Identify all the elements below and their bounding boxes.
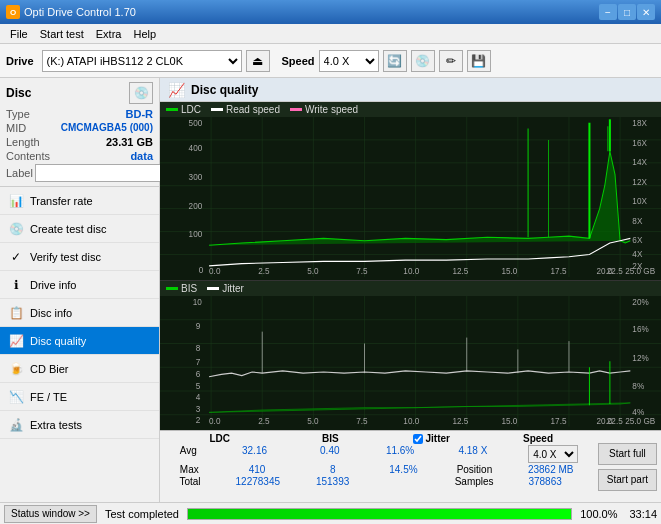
jitter-check-area: Jitter	[413, 433, 449, 444]
sidebar-item-verify-test-disc[interactable]: ✓ Verify test disc	[0, 243, 159, 271]
label-input[interactable]	[35, 164, 168, 182]
sidebar-item-disc-quality-label: Disc quality	[30, 335, 86, 347]
jitter-dot	[207, 287, 219, 290]
sidebar-item-disc-info[interactable]: 📋 Disc info	[0, 299, 159, 327]
transfer-rate-icon: 📊	[8, 193, 24, 209]
svg-marker-41	[209, 151, 630, 245]
menu-file[interactable]: File	[4, 26, 34, 42]
lower-chart-svg: 10 9 8 7 6 5 4 3 2 20% 16% 12% 8% 4% 0	[160, 296, 661, 427]
svg-text:9: 9	[196, 321, 201, 332]
svg-text:2.5: 2.5	[258, 416, 269, 427]
svg-text:8X: 8X	[632, 215, 642, 226]
svg-text:400: 400	[189, 143, 203, 154]
close-button[interactable]: ✕	[637, 4, 655, 20]
minimize-button[interactable]: −	[599, 4, 617, 20]
status-window-button[interactable]: Status window >>	[4, 505, 97, 523]
sidebar-item-fe-te[interactable]: 📉 FE / TE	[0, 383, 159, 411]
svg-text:6X: 6X	[632, 235, 642, 246]
legend-ldc-label: LDC	[181, 104, 201, 115]
action-buttons: Start full Start part	[598, 433, 657, 500]
disc-button[interactable]: 💿	[411, 50, 435, 72]
svg-text:2.5: 2.5	[258, 265, 270, 276]
speed-select[interactable]: 4.0 X	[319, 50, 379, 72]
menu-extra[interactable]: Extra	[90, 26, 128, 42]
sidebar-item-cd-bier[interactable]: 🍺 CD Bier	[0, 355, 159, 383]
refresh-button[interactable]: 🔄	[383, 50, 407, 72]
sidebar-item-disc-quality[interactable]: 📈 Disc quality	[0, 327, 159, 355]
status-time: 33:14	[629, 508, 657, 520]
start-full-button[interactable]: Start full	[598, 443, 657, 465]
maximize-button[interactable]: □	[618, 4, 636, 20]
disc-info-icon: 📋	[8, 305, 24, 321]
eject-button[interactable]: ⏏	[246, 50, 270, 72]
samples-value: 378863	[528, 476, 578, 487]
edit-button[interactable]: ✏	[439, 50, 463, 72]
save-button[interactable]: 💾	[467, 50, 491, 72]
samples-label: Samples	[455, 476, 494, 487]
speed-col-header: Speed	[511, 433, 566, 444]
disc-quality-icon: 📈	[8, 333, 24, 349]
sidebar-item-create-test-disc[interactable]: 💿 Create test disc	[0, 215, 159, 243]
upper-chart-svg: 500 400 300 200 100 0 18X 16X 14X 12X 10…	[160, 117, 661, 277]
sidebar-item-transfer-rate[interactable]: 📊 Transfer rate	[0, 187, 159, 215]
main-area: Disc 💿 Type BD-R MID CMCMAGBA5 (000) Len…	[0, 78, 661, 502]
disc-panel: Disc 💿 Type BD-R MID CMCMAGBA5 (000) Len…	[0, 78, 159, 187]
svg-text:10.0: 10.0	[403, 265, 419, 276]
svg-text:3: 3	[196, 404, 201, 415]
total-bis: 151393	[315, 476, 350, 487]
legend-read-speed: Read speed	[211, 104, 280, 115]
svg-text:0.0: 0.0	[209, 265, 221, 276]
svg-text:22.5: 22.5	[607, 265, 623, 276]
extra-tests-icon: 🔬	[8, 417, 24, 433]
menu-help[interactable]: Help	[127, 26, 162, 42]
content-header-icon: 📈	[168, 82, 185, 98]
position-label: Position	[457, 464, 493, 475]
sidebar-item-extra-tests-label: Extra tests	[30, 419, 82, 431]
svg-text:18X: 18X	[632, 118, 647, 129]
disc-panel-title: Disc	[6, 86, 31, 100]
svg-text:14X: 14X	[632, 157, 647, 168]
legend-bis-label: BIS	[181, 283, 197, 294]
legend-read-speed-label: Read speed	[226, 104, 280, 115]
ldc-dot	[166, 108, 178, 111]
disc-panel-icon[interactable]: 💿	[129, 82, 153, 104]
status-text: Test completed	[105, 508, 179, 520]
progress-bar-container	[187, 508, 572, 520]
status-bar: Status window >> Test completed 100.0% 3…	[0, 502, 661, 524]
length-label: Length	[6, 136, 40, 148]
mid-value: CMCMAGBA5 (000)	[61, 122, 153, 134]
sidebar-item-fe-te-label: FE / TE	[30, 391, 67, 403]
svg-text:7.5: 7.5	[356, 265, 368, 276]
label-label: Label	[6, 167, 33, 179]
svg-text:17.5: 17.5	[551, 265, 567, 276]
svg-text:500: 500	[189, 118, 203, 129]
svg-text:12X: 12X	[632, 176, 647, 187]
svg-text:12.5: 12.5	[452, 416, 468, 427]
contents-label: Contents	[6, 150, 50, 162]
svg-text:25.0 GB: 25.0 GB	[625, 416, 655, 427]
menu-start-test[interactable]: Start test	[34, 26, 90, 42]
svg-text:0: 0	[199, 264, 204, 275]
contents-value: data	[130, 150, 153, 162]
sidebar-item-drive-info[interactable]: ℹ Drive info	[0, 271, 159, 299]
drive-info-icon: ℹ	[8, 277, 24, 293]
drive-select[interactable]: (K:) ATAPI iHBS112 2 CL0K	[42, 50, 242, 72]
ldc-header: LDC	[192, 433, 247, 444]
sidebar-item-extra-tests[interactable]: 🔬 Extra tests	[0, 411, 159, 439]
avg-bis: 0.40	[312, 445, 347, 463]
svg-text:10.0: 10.0	[403, 416, 419, 427]
length-value: 23.31 GB	[106, 136, 153, 148]
legend-jitter: Jitter	[207, 283, 244, 294]
total-ldc: 12278345	[235, 476, 280, 487]
svg-text:10X: 10X	[632, 196, 647, 207]
speed-value: 4.18 X	[453, 445, 493, 463]
content-area: 📈 Disc quality LDC Read speed	[160, 78, 661, 502]
cd-bier-icon: 🍺	[8, 361, 24, 377]
svg-text:15.0: 15.0	[501, 416, 517, 427]
jitter-checkbox[interactable]	[413, 434, 423, 444]
verify-test-disc-icon: ✓	[8, 249, 24, 265]
start-part-button[interactable]: Start part	[598, 469, 657, 491]
sidebar: Disc 💿 Type BD-R MID CMCMAGBA5 (000) Len…	[0, 78, 160, 502]
speed-dropdown[interactable]: 4.0 X	[528, 445, 578, 463]
legend-write-speed: Write speed	[290, 104, 358, 115]
